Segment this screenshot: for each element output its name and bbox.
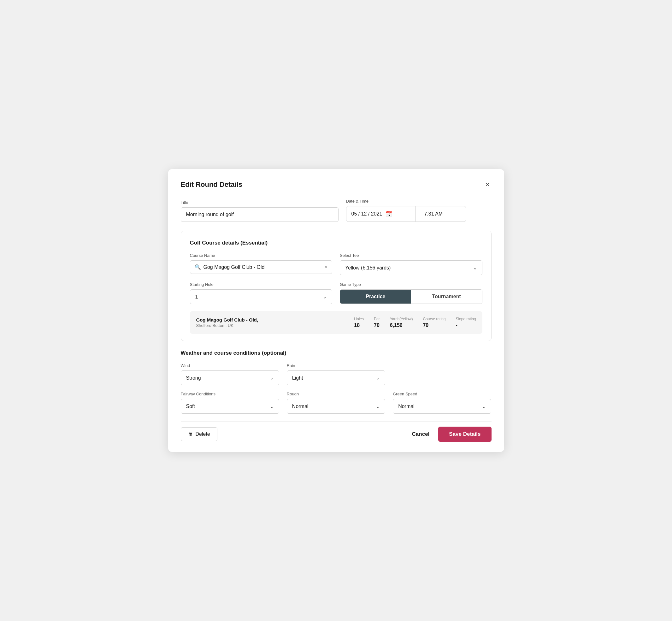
rough-field: Rough Normal ⌄ <box>287 391 385 414</box>
modal-header: Edit Round Details × <box>181 180 492 189</box>
starting-hole-label: Starting Hole <box>190 282 333 287</box>
wind-dropdown[interactable]: Strong ⌄ <box>181 370 279 385</box>
rain-dropdown[interactable]: Light ⌄ <box>287 370 385 385</box>
starting-hole-dropdown[interactable]: 1 ⌄ <box>190 289 333 304</box>
chevron-down-icon: ⌄ <box>270 403 274 409</box>
select-tee-dropdown[interactable]: Yellow (6,156 yards) ⌄ <box>340 260 482 275</box>
green-speed-label: Green Speed <box>393 391 491 396</box>
select-tee-field: Select Tee Yellow (6,156 yards) ⌄ <box>340 253 482 275</box>
slope-rating-stat: Slope rating - <box>456 317 476 328</box>
footer-right: Cancel Save Details <box>412 427 492 442</box>
date-value: 05 / 12 / 2021 <box>351 211 382 217</box>
rain-value: Light <box>292 375 303 381</box>
game-type-label: Game Type <box>340 282 482 287</box>
select-tee-label: Select Tee <box>340 253 482 258</box>
wind-rain-row: Wind Strong ⌄ Rain Light ⌄ <box>181 363 492 385</box>
datetime-label: Date & Time <box>346 199 466 204</box>
starting-hole-field: Starting Hole 1 ⌄ <box>190 282 333 304</box>
par-stat: Par 70 <box>374 317 380 328</box>
datetime-field-group: Date & Time 05 / 12 / 2021 📅 7:31 AM <box>346 199 466 222</box>
calendar-icon: 📅 <box>385 210 392 217</box>
golf-course-section: Golf Course details (Essential) Course N… <box>181 231 492 341</box>
hole-gametype-row: Starting Hole 1 ⌄ Game Type Practice Tou… <box>190 282 482 304</box>
course-info-bar: Gog Magog Golf Club - Old, Shelford Bott… <box>190 311 482 334</box>
yards-value: 6,156 <box>390 323 403 328</box>
fairway-value: Soft <box>186 404 195 409</box>
game-type-toggle: Practice Tournament <box>340 289 482 304</box>
course-name-field: Course Name 🔍 × <box>190 253 333 275</box>
fairway-rough-green-row: Fairway Conditions Soft ⌄ Rough Normal ⌄… <box>181 391 492 414</box>
title-input[interactable] <box>181 207 339 222</box>
green-speed-dropdown[interactable]: Normal ⌄ <box>393 399 491 414</box>
time-field[interactable]: 7:31 AM <box>416 206 466 222</box>
chevron-down-icon: ⌄ <box>473 265 477 271</box>
modal-footer: 🗑 Delete Cancel Save Details <box>181 421 492 442</box>
holes-stat: Holes 18 <box>354 317 364 328</box>
save-button[interactable]: Save Details <box>438 427 491 442</box>
chevron-down-icon: ⌄ <box>323 294 327 300</box>
fairway-label: Fairway Conditions <box>181 391 279 396</box>
par-label: Par <box>374 317 380 321</box>
time-value: 7:31 AM <box>424 211 443 217</box>
weather-section: Weather and course conditions (optional)… <box>181 350 492 414</box>
clear-icon[interactable]: × <box>325 264 328 270</box>
cancel-button[interactable]: Cancel <box>412 431 430 437</box>
yards-stat: Yards(Yellow) 6,156 <box>390 317 413 328</box>
yards-label: Yards(Yellow) <box>390 317 413 321</box>
delete-label: Delete <box>196 431 210 437</box>
trash-icon: 🗑 <box>188 431 193 437</box>
course-info-location: Shelford Bottom, UK <box>196 323 344 328</box>
modal-title: Edit Round Details <box>181 180 243 189</box>
course-rating-stat: Course rating 70 <box>423 317 446 328</box>
edit-round-modal: Edit Round Details × Title Date & Time 0… <box>168 169 504 452</box>
date-field[interactable]: 05 / 12 / 2021 📅 <box>346 206 416 222</box>
course-name-input[interactable] <box>204 264 322 270</box>
fairway-dropdown[interactable]: Soft ⌄ <box>181 399 279 414</box>
rough-label: Rough <box>287 391 385 396</box>
search-icon: 🔍 <box>195 264 201 270</box>
select-tee-value: Yellow (6,156 yards) <box>345 265 390 271</box>
starting-hole-value: 1 <box>195 294 198 300</box>
top-row: Title Date & Time 05 / 12 / 2021 📅 7:31 … <box>181 199 492 222</box>
course-name-input-wrapper[interactable]: 🔍 × <box>190 260 333 274</box>
wind-label: Wind <box>181 363 279 368</box>
holes-label: Holes <box>354 317 364 321</box>
par-value: 70 <box>374 323 380 328</box>
course-name-label: Course Name <box>190 253 333 258</box>
rough-dropdown[interactable]: Normal ⌄ <box>287 399 385 414</box>
practice-toggle-button[interactable]: Practice <box>340 290 411 303</box>
title-field-group: Title <box>181 200 339 222</box>
slope-rating-value: - <box>456 323 457 328</box>
delete-button[interactable]: 🗑 Delete <box>181 427 217 441</box>
game-type-field: Game Type Practice Tournament <box>340 282 482 304</box>
rain-field: Rain Light ⌄ <box>287 363 385 385</box>
course-info-bold-name: Gog Magog Golf Club - Old, <box>196 317 344 323</box>
course-rating-label: Course rating <box>423 317 446 321</box>
chevron-down-icon: ⌄ <box>270 375 274 381</box>
weather-title: Weather and course conditions (optional) <box>181 350 492 356</box>
chevron-down-icon: ⌄ <box>376 375 380 381</box>
slope-rating-label: Slope rating <box>456 317 476 321</box>
course-rating-value: 70 <box>423 323 428 328</box>
title-label: Title <box>181 200 339 205</box>
course-info-name: Gog Magog Golf Club - Old, Shelford Bott… <box>196 317 344 328</box>
green-speed-field: Green Speed Normal ⌄ <box>393 391 491 414</box>
wind-field: Wind Strong ⌄ <box>181 363 279 385</box>
chevron-down-icon: ⌄ <box>376 403 380 409</box>
wind-value: Strong <box>186 375 201 381</box>
golf-section-title: Golf Course details (Essential) <box>190 240 482 246</box>
close-button[interactable]: × <box>484 180 492 189</box>
fairway-field: Fairway Conditions Soft ⌄ <box>181 391 279 414</box>
rain-label: Rain <box>287 363 385 368</box>
chevron-down-icon: ⌄ <box>482 403 486 409</box>
green-speed-value: Normal <box>398 404 415 409</box>
datetime-group: 05 / 12 / 2021 📅 7:31 AM <box>346 206 466 222</box>
tournament-toggle-button[interactable]: Tournament <box>411 290 482 303</box>
holes-value: 18 <box>354 323 360 328</box>
rough-value: Normal <box>292 404 308 409</box>
course-tee-row: Course Name 🔍 × Select Tee Yellow (6,156… <box>190 253 482 275</box>
